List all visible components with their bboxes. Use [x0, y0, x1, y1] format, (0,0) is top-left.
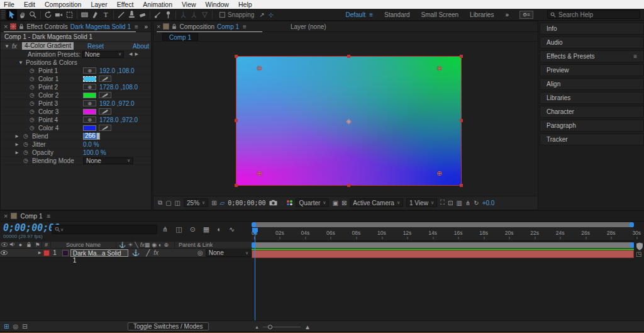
effect-point-button[interactable]: ⊕: [83, 84, 96, 90]
panel-menu-icon[interactable]: ≡: [243, 23, 247, 30]
stopwatch-icon[interactable]: ◷: [30, 67, 35, 74]
menu-layer[interactable]: Layer: [91, 1, 107, 8]
menu-file[interactable]: File: [4, 1, 14, 8]
expand-arrow-icon[interactable]: ►: [14, 142, 19, 147]
timeline-button-icon[interactable]: ▥: [456, 200, 462, 206]
comp-current-time[interactable]: 0;00;00;00: [228, 200, 265, 206]
eyedropper-button[interactable]: [99, 108, 111, 115]
zoom-slider-handle[interactable]: [268, 325, 272, 329]
menu-animation[interactable]: Animation: [143, 1, 172, 8]
magnification-dropdown[interactable]: 25% ∨: [184, 198, 208, 207]
menu-effect[interactable]: Effect: [117, 1, 134, 8]
color4-swatch[interactable]: [83, 125, 96, 131]
close-panel-icon[interactable]: ×: [4, 212, 8, 220]
always-preview-icon[interactable]: ⧉: [158, 199, 162, 206]
source-name-column-label[interactable]: Source Name: [66, 242, 101, 248]
panel-tab-preview[interactable]: Preview: [540, 64, 644, 76]
rotation-tool-button[interactable]: [43, 9, 53, 20]
primary-viewer-icon[interactable]: ▢: [165, 200, 171, 206]
toolbar-grip[interactable]: [1, 10, 5, 19]
close-panel-icon[interactable]: ×: [4, 23, 8, 30]
camera-tool-button[interactable]: [53, 9, 64, 20]
workspace-small-screen[interactable]: Small Screen: [421, 11, 458, 18]
stopwatch-icon[interactable]: ◷: [30, 84, 35, 90]
collapse-arrow-icon[interactable]: ▼: [4, 43, 9, 49]
menu-view[interactable]: View: [182, 1, 196, 8]
stopwatch-icon[interactable]: ◷: [30, 116, 35, 123]
stopwatch-icon[interactable]: ◷: [30, 92, 35, 98]
close-panel-icon[interactable]: ×: [157, 23, 160, 30]
panel-menu-icon[interactable]: ≡: [633, 53, 637, 60]
stopwatch-icon[interactable]: ◷: [23, 149, 28, 155]
panel-overflow-icon[interactable]: »: [144, 23, 148, 30]
view-axis-mode-button[interactable]: [199, 9, 210, 20]
roto-brush-tool-button[interactable]: [152, 9, 163, 20]
panel-menu-icon[interactable]: ≡: [47, 213, 50, 220]
preset-prev-next-icons[interactable]: ◀▶: [129, 52, 141, 57]
layer-quality-icon[interactable]: ╱: [146, 249, 150, 256]
view-layout-dropdown[interactable]: 1 View ∨: [406, 198, 437, 207]
effect-controls-tabbar[interactable]: × Effect Controls Dark Magenta Solid 1 ≡…: [1, 21, 151, 32]
blend-value-field[interactable]: 266: [83, 133, 100, 140]
world-axis-mode-button[interactable]: [189, 9, 199, 20]
snapping-checkbox[interactable]: [219, 12, 225, 18]
panel-menu-icon[interactable]: ≡: [135, 23, 138, 30]
panel-tab-audio[interactable]: Audio: [540, 37, 644, 48]
menu-edit[interactable]: Edit: [24, 1, 35, 8]
selection-handle[interactable]: [347, 184, 350, 187]
expand-arrow-icon[interactable]: ►: [14, 150, 19, 155]
menu-help[interactable]: Help: [238, 1, 252, 8]
layer-shy-icon[interactable]: ⚓: [132, 249, 140, 256]
snapping-control[interactable]: Snapping: [219, 11, 254, 18]
effect-header-row[interactable]: ▼ fx 4-Color Gradient Reset About: [1, 42, 151, 50]
toggle-switches-modes-button[interactable]: Toggle Switches / Modes: [128, 322, 209, 330]
stopwatch-icon[interactable]: ◷: [23, 133, 28, 139]
comp-marker-bin-icon[interactable]: [636, 242, 643, 251]
panel-tab-align[interactable]: Align: [540, 78, 644, 90]
time-navigator-bar[interactable]: [252, 222, 634, 227]
blending-mode-dropdown[interactable]: None ∨: [83, 157, 133, 164]
snap-arrow-icon[interactable]: ↗: [259, 11, 264, 18]
panel-tab-info[interactable]: Info: [540, 23, 644, 35]
workspace-default[interactable]: Default: [345, 11, 365, 18]
panel-tab-character[interactable]: Character: [540, 106, 644, 118]
layer-duration-bar[interactable]: [252, 250, 634, 258]
composition-tabbar[interactable]: × Composition Comp 1 ≡ Layer (none): [153, 21, 538, 32]
expand-in-out-icon[interactable]: ⊟: [22, 323, 27, 330]
timeline-search-box[interactable]: ∨: [52, 225, 157, 234]
workspace-settings-button[interactable]: ⚙≡: [519, 11, 533, 19]
layer-row-1[interactable]: ► 1 Dark Ma...a Solid 1 ⚓ ╱ fx ◎ None ∨: [0, 249, 252, 257]
layer-expand-arrow-icon[interactable]: ►: [37, 250, 42, 256]
mini-flowchart-icon[interactable]: ⋔: [162, 225, 168, 234]
transparency-grid-icon[interactable]: ⊠: [341, 200, 347, 206]
comp-button-icon[interactable]: ◳: [636, 251, 641, 257]
eraser-tool-button[interactable]: [137, 9, 148, 20]
effect-name[interactable]: 4-Color Gradient: [22, 42, 74, 50]
workspace-overflow-chevron[interactable]: »: [505, 11, 508, 18]
parent-link-dropdown[interactable]: None ∨: [206, 249, 252, 257]
point-value[interactable]: 192.0 ,108.0: [99, 67, 135, 74]
puppet-pin-tool-button[interactable]: [163, 9, 174, 20]
snap-bounds-icon[interactable]: ⊹: [269, 11, 274, 18]
stopwatch-icon[interactable]: ◷: [23, 157, 28, 164]
selection-handle[interactable]: [347, 55, 350, 58]
work-area-end-handle[interactable]: [630, 242, 634, 248]
menu-window[interactable]: Window: [206, 1, 229, 8]
layer-fx-icon[interactable]: fx: [153, 249, 158, 256]
layer-name[interactable]: Dark Ma...a Solid 1: [70, 249, 128, 257]
stopwatch-icon[interactable]: ◷: [23, 141, 28, 147]
zoom-slider-track[interactable]: [263, 327, 301, 327]
clone-stamp-tool-button[interactable]: [126, 9, 137, 20]
brush-tool-button[interactable]: [116, 9, 126, 20]
draft-3d-icon[interactable]: ◫: [175, 225, 182, 234]
pen-tool-button[interactable]: [90, 9, 101, 20]
eyedropper-button[interactable]: [99, 92, 111, 98]
pan-behind-tool-button[interactable]: [64, 9, 75, 20]
type-tool-button[interactable]: T: [101, 9, 111, 20]
panel-tab-tracker[interactable]: Tracker: [540, 133, 644, 145]
help-search-box[interactable]: Search Help: [547, 10, 640, 19]
selection-handle[interactable]: [460, 55, 463, 58]
gradient-point2-crosshair-icon[interactable]: ⊕: [436, 65, 442, 71]
effect-point-button[interactable]: ⊕: [83, 100, 96, 106]
point-value[interactable]: 1728.0 ,972.0: [99, 116, 138, 123]
